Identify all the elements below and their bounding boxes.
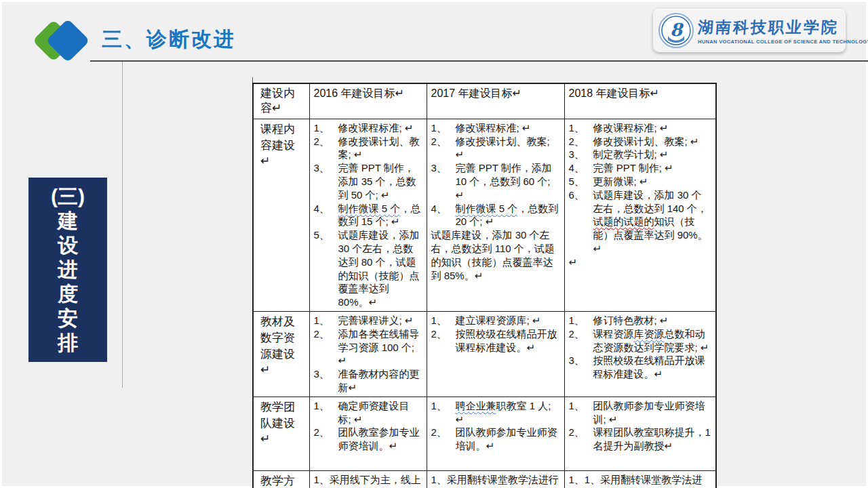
item-body: 团队教师参加专业师资培训。↵ [456,426,560,453]
cell-text: 制定教学计划; ↵ [593,148,669,160]
cell-text: 修订特色教材; ↵ [593,314,669,326]
table-header-cell: 2018 年建设目标↵ [564,83,716,119]
numbered-item: 1、修改课程标准; ↵ [569,121,712,135]
item-body: 课程资源库资源总数和动态资源数达到学院要求; ↵ [593,327,712,354]
cell-text: 更新微课; ↵ [593,176,648,187]
cell-text: 课程资源 [593,328,634,340]
goal-cell: 1、修改课程标准; ↵2、修改授课计划、教案; ↵3、完善 PPT 制作，添加 … [427,119,564,311]
paragraph: ↵ [569,256,712,269]
item-body: 制作微课 5 个，总数到 20 个; ↵ [456,202,560,229]
table-header-cell: 2017 年建设目标↵ [427,83,564,119]
college-logo: 8 湖南科技职业学院 HUNAN VOCATIONAL COLLEGE OF S… [653,9,846,52]
item-number: 3、 [569,354,593,381]
item-body: 团队教室参加专业师资培训。↵ [338,426,422,453]
numbered-item: 3、按照校级在线精品开放课程标准建设。↵ [569,354,712,381]
item-number: 3、 [314,367,338,394]
cell-text: 团队教室参加专业师资培训。↵ [338,426,420,451]
cell-text: 修改授课计划、教案; ↵ [456,136,550,161]
section-label-char: 度 [58,282,78,306]
cell-text: 修改课程标准; ↵ [456,122,531,134]
goal-cell: 1、完善课程讲义; ↵2、添加各类在线辅导学习资源 100 个; ↵3、准备教材… [309,312,427,397]
header-divider-line [90,60,868,62]
item-number: 5、 [314,228,338,309]
item-number: 1、 [314,399,338,426]
numbered-item: 3、完善 PPT 制作，添加 35 个，总数到 50 个; ↵ [314,161,422,201]
page-title: 三、诊断改进 [102,26,236,54]
cell-text: 准备教材内容的更新↵ [338,368,420,393]
item-body: 聘企业兼职教室 1 人; ↵ [456,399,560,426]
item-number: 1、 [569,121,593,135]
paragraph: 1、1、采用翻转课堂教学法进行授课; ↵ [569,473,712,488]
cell-text: 1、采用线下为主，线上为辅的混合式教学模式进行授课。↵ [314,474,421,488]
item-number: 1、 [431,314,456,327]
item-body: 修改授课计划、教案; ↵ [593,135,712,148]
goal-cell: 1、聘企业兼职教室 1 人; ↵2、团队教师参加专业师资培训。↵ [427,396,564,470]
numbered-item: 6、试题库建设，添加 30 个左右，总数达到 140 个，试题的试题的知识（技能… [569,188,712,256]
numbered-item: 2、课程资源库资源总数和动态资源数达到学院要求; ↵ [569,327,712,354]
item-body: 完善课程讲义; ↵ [338,314,422,327]
numbered-item: 4、制作微课 5 个，总数到 20 个; ↵ [431,202,560,229]
numbered-item: 5、试题库建设，添加 30 个左右，总数达到 80 个，试题的知识（技能）点覆盖… [314,228,422,309]
spellcheck-marked-text: 制作微课 5 个 [456,203,518,214]
cell-text: 添加各类在线辅导学习资源 100 个; ↵ [338,328,420,367]
cell-text: 按照校级在线精品开放课程标准建设。↵ [456,328,557,353]
table-header-cell: 建设内容↵ [253,83,309,119]
section-label-char: 设 [58,233,78,258]
numbered-item: 1、聘企业兼职教室 1 人; ↵ [431,399,560,426]
item-number: 1、 [314,314,338,327]
section-label-char: 建 [58,209,78,233]
cell-text: 课程团队教室职称提升，1 名提升为副教授↵ [593,426,711,451]
goal-cell: 1、确定师资建设目标; ↵2、团队教室参加专业师资培训。↵ [309,396,427,470]
item-number: 4、 [314,202,338,229]
cell-text: 修改授课计划、教案; ↵ [338,136,420,161]
cell-text: 修改授课计划、教案; ↵ [593,136,699,147]
item-number: 1、 [569,314,593,327]
section-label-char: (三) [51,184,85,209]
item-number: 2、 [569,327,593,354]
numbered-item: 2、添加各类在线辅导学习资源 100 个; ↵ [314,327,422,367]
item-number: 3、 [314,161,338,201]
spellcheck-marked-text: 聘企业兼 [456,400,496,411]
numbered-item: 2、课程团队教室职称提升，1 名提升为副教授↵ [569,426,712,453]
item-number: 2、 [431,426,456,453]
cell-text: 1、采用翻转课堂教学法进行授课; ↵ [431,474,559,488]
item-body: 修改课程标准; ↵ [338,121,422,135]
vertical-divider-line [122,62,123,388]
item-number: 2、 [314,426,338,453]
item-body: 修改授课计划、教案; ↵ [338,135,422,162]
item-number: 4、 [431,202,456,229]
item-number: 3、 [569,148,593,161]
numbered-item: 3、制定教学计划; ↵ [569,148,712,161]
item-body: 建立课程资源库; ↵ [456,314,560,327]
item-number: 1、 [314,121,338,135]
item-number: 1、 [569,399,593,426]
college-emblem-icon: 8 [658,13,694,48]
row-label-cell: 教材及数字资源建设↵ [253,312,309,397]
item-body: 确定师资建设目标; ↵ [338,399,422,426]
item-body: 完善 PPT 制作; ↵ [593,161,712,175]
college-name-en: HUNAN VOCATIONAL COLLEGE OF SCIENCE AND … [698,39,840,45]
goal-cell: 1、采用翻转课堂教学法进行授课; ↵2、移动教学助手辅助↵ [427,470,564,488]
item-number: 2、 [569,135,593,148]
item-number: 2、 [314,135,338,162]
paragraph: 1、采用线下为主，线上为辅的混合式教学模式进行授课。↵ [314,473,422,488]
cell-text: 确定师资建设目标; ↵ [338,400,410,425]
item-body: 修改课程标准; ↵ [456,121,560,135]
item-number: 2、 [431,135,456,162]
item-number: 3、 [431,161,456,201]
item-body: 准备教材内容的更新↵ [338,367,422,394]
construction-goals-table: 建设内容↵2016 年建设目标↵2017 年建设目标↵2018 年建设目标↵ 课… [252,83,717,488]
cell-text: 完善 PPT 制作; ↵ [593,162,673,174]
numbered-item: 2、修改授课计划、教案; ↵ [431,135,560,162]
item-body: 完善 PPT 制作，添加 35 个，总数到 50 个; ↵ [338,161,422,201]
item-body: 按照校级在线精品开放课程标准建设。↵ [593,354,712,381]
table-header-cell: 2016 年建设目标↵ [309,83,427,119]
item-body: 更新微课; ↵ [593,175,712,188]
item-number: 2、 [569,426,593,453]
cell-text: 完善 PPT 制作，添加 35 个，总数到 50 个; ↵ [338,162,416,201]
numbered-item: 2、团队教师参加专业师资培训。↵ [431,426,560,453]
row-label-cell: 教学方法改革↵ [253,470,309,488]
item-body: 制定教学计划; ↵ [593,148,712,161]
item-number: 2、 [431,327,456,354]
cell-text: 建立课程资源库; ↵ [456,314,541,326]
